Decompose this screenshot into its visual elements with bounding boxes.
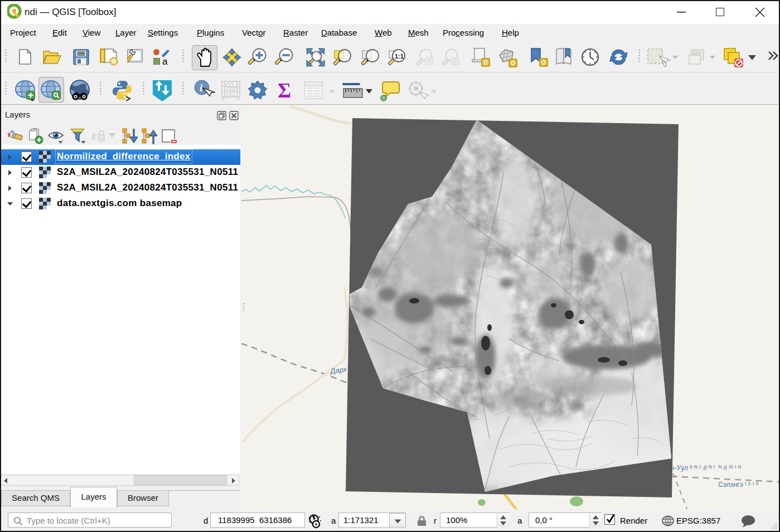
svg-text:a: a — [162, 56, 168, 66]
svg-text:н-Уул ᵇ ᴺ ᶜ # ᴺ ᵗ ᴺ # ᵗᵇ ᵗ ᴺ: н-Уул ᵇ ᴺ ᶜ # ᴺ ᵗ ᴺ # ᵗᵇ ᵗ ᴺ — [671, 464, 741, 472]
svg-text:ε: ε — [92, 128, 97, 142]
svg-text:1:1: 1:1 — [395, 53, 404, 60]
svg-text:Σ: Σ — [278, 80, 291, 100]
svg-text:Сэлэнгэ ᵗ ᵇ ᵗ ᵇ: Сэлэнгэ ᵗ ᵇ ᵗ ᵇ — [718, 481, 759, 489]
